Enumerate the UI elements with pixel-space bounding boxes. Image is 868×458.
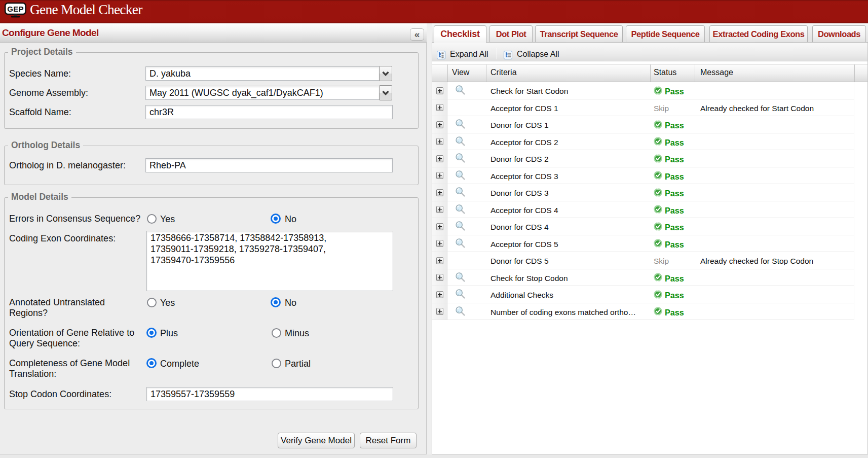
svg-text:GEP: GEP: [7, 5, 23, 13]
